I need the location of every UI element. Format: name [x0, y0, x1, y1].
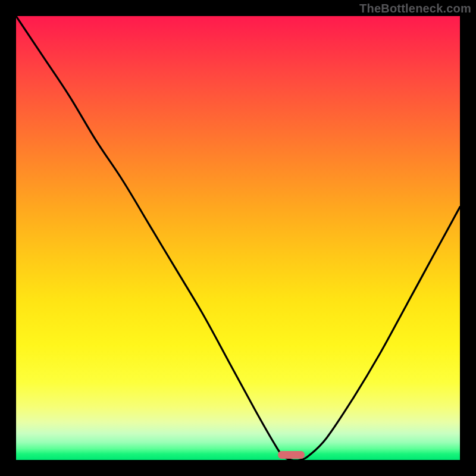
chart-frame: TheBottleneck.com	[0, 0, 476, 476]
bottleneck-curve	[16, 16, 460, 460]
watermark-text: TheBottleneck.com	[359, 2, 471, 15]
plot-area	[16, 16, 460, 460]
curve-layer	[16, 16, 460, 460]
optimal-marker	[278, 451, 305, 459]
